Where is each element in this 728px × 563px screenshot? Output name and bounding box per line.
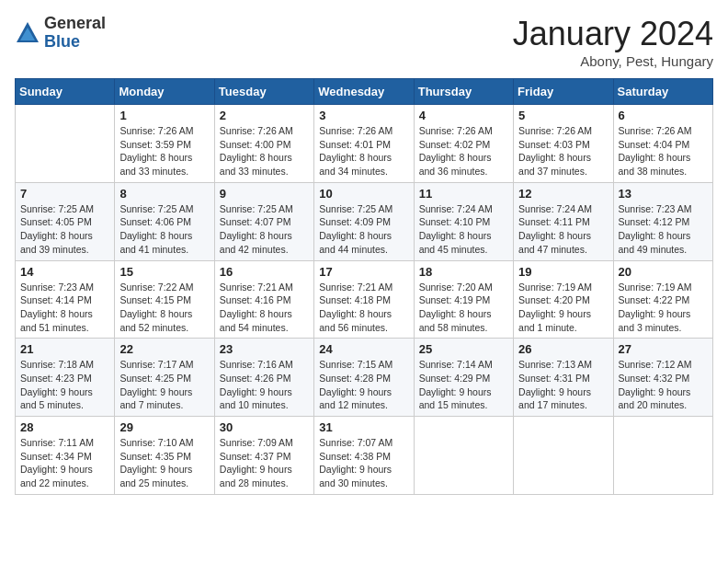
day-info: Sunrise: 7:25 AMSunset: 4:07 PMDaylight:… <box>220 202 309 257</box>
day-info: Sunrise: 7:26 AMSunset: 4:02 PMDaylight:… <box>419 124 508 178</box>
calendar-week-row: 7Sunrise: 7:25 AMSunset: 4:05 PMDaylight… <box>16 182 713 260</box>
calendar-cell <box>514 417 613 495</box>
day-info: Sunrise: 7:17 AMSunset: 4:25 PMDaylight:… <box>119 358 209 412</box>
day-number: 16 <box>220 265 309 279</box>
calendar-cell: 18Sunrise: 7:20 AMSunset: 4:19 PMDayligh… <box>414 260 513 339</box>
day-info: Sunrise: 7:26 AMSunset: 4:00 PMDaylight:… <box>220 124 309 178</box>
day-number: 14 <box>20 265 109 279</box>
day-header-friday: Friday <box>514 79 613 105</box>
day-number: 31 <box>319 420 408 434</box>
day-info: Sunrise: 7:21 AMSunset: 4:16 PMDaylight:… <box>220 281 309 335</box>
calendar-cell: 28Sunrise: 7:11 AMSunset: 4:34 PMDayligh… <box>16 417 115 495</box>
day-info: Sunrise: 7:20 AMSunset: 4:19 PMDaylight:… <box>419 281 508 335</box>
day-info: Sunrise: 7:09 AMSunset: 4:37 PMDaylight:… <box>220 436 309 490</box>
day-header-wednesday: Wednesday <box>314 79 414 105</box>
calendar-cell: 5Sunrise: 7:26 AMSunset: 4:03 PMDaylight… <box>514 105 613 183</box>
calendar-cell: 16Sunrise: 7:21 AMSunset: 4:16 PMDayligh… <box>214 260 313 339</box>
day-info: Sunrise: 7:26 AMSunset: 4:01 PMDaylight:… <box>319 124 408 178</box>
calendar-cell: 21Sunrise: 7:18 AMSunset: 4:23 PMDayligh… <box>16 339 115 417</box>
day-number: 18 <box>419 265 508 279</box>
day-info: Sunrise: 7:14 AMSunset: 4:29 PMDaylight:… <box>419 358 508 412</box>
day-info: Sunrise: 7:26 AMSunset: 4:04 PMDaylight:… <box>619 124 708 178</box>
calendar-table: SundayMondayTuesdayWednesdayThursdayFrid… <box>15 78 713 495</box>
location: Abony, Pest, Hungary <box>513 53 713 69</box>
day-number: 8 <box>119 187 209 201</box>
day-info: Sunrise: 7:25 AMSunset: 4:09 PMDaylight:… <box>319 202 408 257</box>
day-number: 11 <box>419 187 508 201</box>
day-info: Sunrise: 7:25 AMSunset: 4:05 PMDaylight:… <box>20 202 109 257</box>
logo-general: General <box>44 15 106 33</box>
day-info: Sunrise: 7:18 AMSunset: 4:23 PMDaylight:… <box>20 358 109 412</box>
day-header-thursday: Thursday <box>414 79 513 105</box>
calendar-cell: 15Sunrise: 7:22 AMSunset: 4:15 PMDayligh… <box>115 260 214 339</box>
day-info: Sunrise: 7:24 AMSunset: 4:10 PMDaylight:… <box>419 202 508 257</box>
calendar-cell: 3Sunrise: 7:26 AMSunset: 4:01 PMDaylight… <box>314 105 414 183</box>
day-number: 28 <box>20 420 109 434</box>
calendar-cell: 1Sunrise: 7:26 AMSunset: 3:59 PMDaylight… <box>115 105 214 183</box>
calendar-cell: 4Sunrise: 7:26 AMSunset: 4:02 PMDaylight… <box>414 105 513 183</box>
day-number: 26 <box>518 342 608 356</box>
day-number: 1 <box>119 109 209 122</box>
day-header-tuesday: Tuesday <box>214 79 313 105</box>
calendar-cell: 11Sunrise: 7:24 AMSunset: 4:10 PMDayligh… <box>414 182 513 260</box>
calendar-cell: 20Sunrise: 7:19 AMSunset: 4:22 PMDayligh… <box>613 260 712 339</box>
logo-blue: Blue <box>44 33 106 52</box>
day-header-saturday: Saturday <box>613 79 712 105</box>
day-number: 24 <box>319 342 408 356</box>
calendar-week-row: 28Sunrise: 7:11 AMSunset: 4:34 PMDayligh… <box>16 417 713 495</box>
day-number: 25 <box>419 342 508 356</box>
title-block: January 2024 Abony, Pest, Hungary <box>513 15 713 69</box>
calendar-cell: 27Sunrise: 7:12 AMSunset: 4:32 PMDayligh… <box>613 339 712 417</box>
day-info: Sunrise: 7:25 AMSunset: 4:06 PMDaylight:… <box>119 202 209 257</box>
calendar-cell: 14Sunrise: 7:23 AMSunset: 4:14 PMDayligh… <box>16 260 115 339</box>
day-number: 30 <box>220 420 309 434</box>
day-header-monday: Monday <box>115 79 214 105</box>
calendar-cell: 30Sunrise: 7:09 AMSunset: 4:37 PMDayligh… <box>214 417 313 495</box>
calendar-cell: 7Sunrise: 7:25 AMSunset: 4:05 PMDaylight… <box>16 182 115 260</box>
day-number: 21 <box>20 342 109 356</box>
calendar-cell: 10Sunrise: 7:25 AMSunset: 4:09 PMDayligh… <box>314 182 414 260</box>
calendar-header-row: SundayMondayTuesdayWednesdayThursdayFrid… <box>16 79 713 105</box>
day-number: 15 <box>119 265 209 279</box>
day-number: 10 <box>319 187 408 201</box>
day-number: 22 <box>119 342 209 356</box>
calendar-cell: 19Sunrise: 7:19 AMSunset: 4:20 PMDayligh… <box>514 260 613 339</box>
calendar-cell: 24Sunrise: 7:15 AMSunset: 4:28 PMDayligh… <box>314 339 414 417</box>
calendar-cell <box>613 417 712 495</box>
calendar-cell <box>414 417 513 495</box>
calendar-cell: 13Sunrise: 7:23 AMSunset: 4:12 PMDayligh… <box>613 182 712 260</box>
day-number: 6 <box>619 109 708 122</box>
day-info: Sunrise: 7:26 AMSunset: 3:59 PMDaylight:… <box>119 124 209 178</box>
calendar-week-row: 21Sunrise: 7:18 AMSunset: 4:23 PMDayligh… <box>16 339 713 417</box>
day-number: 5 <box>518 109 608 122</box>
day-number: 17 <box>319 265 408 279</box>
day-number: 7 <box>20 187 109 201</box>
calendar-cell: 12Sunrise: 7:24 AMSunset: 4:11 PMDayligh… <box>514 182 613 260</box>
logo-text: General Blue <box>44 15 106 52</box>
calendar-cell: 6Sunrise: 7:26 AMSunset: 4:04 PMDaylight… <box>613 105 712 183</box>
calendar-cell: 25Sunrise: 7:14 AMSunset: 4:29 PMDayligh… <box>414 339 513 417</box>
day-info: Sunrise: 7:24 AMSunset: 4:11 PMDaylight:… <box>518 202 608 257</box>
calendar-cell: 26Sunrise: 7:13 AMSunset: 4:31 PMDayligh… <box>514 339 613 417</box>
calendar-week-row: 14Sunrise: 7:23 AMSunset: 4:14 PMDayligh… <box>16 260 713 339</box>
day-number: 4 <box>419 109 508 122</box>
day-number: 12 <box>518 187 608 201</box>
calendar-cell: 22Sunrise: 7:17 AMSunset: 4:25 PMDayligh… <box>115 339 214 417</box>
page-header: General Blue January 2024 Abony, Pest, H… <box>15 15 713 69</box>
day-info: Sunrise: 7:10 AMSunset: 4:35 PMDaylight:… <box>119 436 209 490</box>
day-number: 29 <box>119 420 209 434</box>
day-number: 2 <box>220 109 309 122</box>
day-info: Sunrise: 7:21 AMSunset: 4:18 PMDaylight:… <box>319 281 408 335</box>
day-number: 9 <box>220 187 309 201</box>
calendar-cell: 31Sunrise: 7:07 AMSunset: 4:38 PMDayligh… <box>314 417 414 495</box>
day-number: 19 <box>518 265 608 279</box>
day-info: Sunrise: 7:23 AMSunset: 4:14 PMDaylight:… <box>20 281 109 335</box>
logo-icon <box>15 20 40 46</box>
day-number: 27 <box>619 342 708 356</box>
day-info: Sunrise: 7:19 AMSunset: 4:20 PMDaylight:… <box>518 281 608 335</box>
day-info: Sunrise: 7:12 AMSunset: 4:32 PMDaylight:… <box>619 358 708 412</box>
day-number: 20 <box>619 265 708 279</box>
day-info: Sunrise: 7:22 AMSunset: 4:15 PMDaylight:… <box>119 281 209 335</box>
day-info: Sunrise: 7:16 AMSunset: 4:26 PMDaylight:… <box>220 358 309 412</box>
calendar-cell: 8Sunrise: 7:25 AMSunset: 4:06 PMDaylight… <box>115 182 214 260</box>
